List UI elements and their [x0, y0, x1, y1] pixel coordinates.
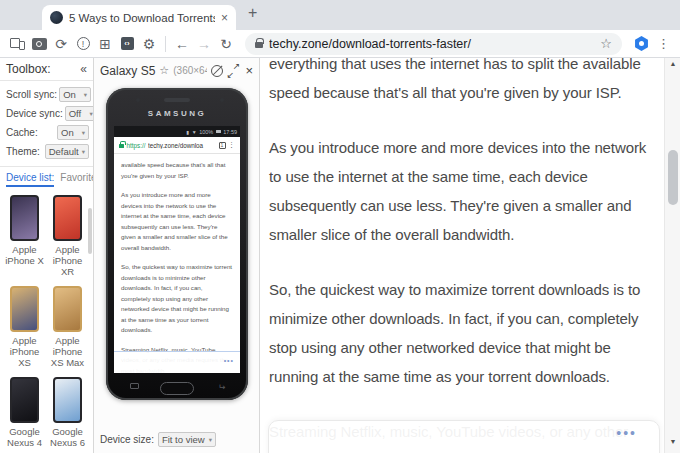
device-thumbnail	[10, 286, 39, 332]
phone-address-bar[interactable]: https:// techy.zone/downloa 1 ⋮	[114, 137, 240, 154]
caret-down-icon: ▾	[82, 129, 85, 137]
paragraph: available speed because that's all that …	[121, 160, 233, 181]
close-device-icon[interactable]: ×	[245, 63, 253, 78]
favicon-icon	[50, 11, 63, 24]
back-icon[interactable]: ←	[171, 33, 193, 55]
new-tab-button[interactable]: +	[248, 4, 257, 22]
phone-camera-icon	[136, 98, 140, 102]
phone-sensor	[220, 98, 224, 102]
toolbox-option-select[interactable]: On▾	[57, 125, 89, 140]
phone-menu-icon[interactable]: ⋮	[228, 141, 235, 149]
phone-tab-count[interactable]: 1	[219, 142, 226, 149]
toolbox-tabs: Device list: Favorites:	[0, 166, 93, 187]
device-card[interactable]: Google Nexus 6	[46, 377, 89, 448]
device-name: Apple iPhone XR	[46, 244, 89, 277]
device-name: Apple iPhone XS Max	[46, 335, 89, 368]
device-resolution-select[interactable]: (360×640/...	[173, 65, 207, 76]
device-size-select[interactable]: Fit to view▾	[158, 432, 216, 447]
collapse-panel-icon[interactable]: «	[80, 62, 87, 76]
toolbox-panel: Toolbox: « Scroll sync:On▾Device sync:Of…	[0, 58, 94, 453]
caret-down-icon: ▾	[84, 91, 87, 99]
banner-ellipsis-icon[interactable]: •••	[616, 425, 637, 441]
page-scrollbar[interactable]: ▲ ▼	[664, 58, 680, 453]
phone-speaker	[164, 98, 190, 102]
rotate-device-icon[interactable]	[211, 65, 223, 77]
tab-close-icon[interactable]: ×	[221, 11, 228, 25]
cookie-banner[interactable]: •••	[268, 420, 660, 453]
forward-icon: →	[193, 33, 215, 55]
toolbox-option-select[interactable]: On▾	[59, 87, 91, 102]
screenshot-camera-icon[interactable]	[28, 33, 50, 55]
extension-icon[interactable]	[634, 36, 649, 51]
code-icon[interactable]: ‹›	[116, 33, 138, 55]
sync-icon[interactable]: ⟳	[50, 33, 72, 55]
phone-back-button[interactable]: ↵	[218, 382, 226, 392]
browser-window: 5 Ways to Download Torrents Fas × + ⟳ ! …	[0, 0, 680, 453]
device-title: Galaxy S5	[100, 64, 155, 78]
paragraph: So, the quickest way to maximize torrent…	[269, 275, 661, 391]
settings-gear-icon[interactable]: ⚙	[138, 33, 160, 55]
device-name: Google Nexus 4	[3, 426, 46, 448]
battery-icon	[216, 130, 221, 134]
tab-title: 5 Ways to Download Torrents Fas	[69, 12, 215, 24]
caret-down-icon: ▾	[82, 148, 85, 156]
toolbox-option-label: Scroll sync:	[6, 89, 57, 100]
tab-favorites[interactable]: Favorites:	[60, 172, 94, 187]
scrollbar-thumb[interactable]	[668, 150, 678, 205]
tab-device-list[interactable]: Device list:	[6, 172, 54, 187]
favorite-star-icon[interactable]: ☆	[159, 64, 169, 77]
device-thumbnail	[10, 377, 39, 423]
device-card[interactable]: Apple iPhone XS	[3, 286, 46, 368]
phone-banner-ellipsis-icon[interactable]: •••	[224, 357, 234, 364]
device-grid: Apple iPhone XApple iPhone XRApple iPhon…	[0, 187, 93, 453]
phone-page-content: available speed because that's all that …	[114, 154, 240, 373]
device-preview-panel: Galaxy S5 ☆ (360×640/... ↗↙ × SAMSUNG ▮ …	[94, 58, 260, 453]
phone-brand: SAMSUNG	[106, 109, 248, 118]
phone-banner[interactable]: •••	[114, 351, 240, 373]
phone-home-button[interactable]	[160, 382, 194, 395]
info-icon[interactable]: !	[72, 33, 94, 55]
device-emulator-icon[interactable]	[6, 33, 28, 55]
toolbox-option-select[interactable]: Default▾	[45, 144, 89, 159]
toolbar-divider	[165, 36, 166, 52]
phone-screen: ▮ ▼ 100% 17:59 https:// techy.zone/downl…	[114, 126, 240, 373]
device-thumbnail	[10, 195, 39, 241]
layout-grid-icon[interactable]: ⊞	[94, 33, 116, 55]
phone-lock-icon	[119, 144, 124, 148]
device-thumbnail	[53, 286, 82, 332]
toolbox-option-select[interactable]: Off▾	[65, 106, 94, 121]
device-card[interactable]: Google Nexus 4	[3, 377, 46, 448]
browser-menu-icon[interactable]: ⋮	[657, 36, 670, 51]
scroll-up-icon[interactable]: ▲	[665, 60, 680, 67]
caret-down-icon: ▾	[89, 110, 92, 118]
paragraph: As you introduce more and more devices i…	[121, 190, 233, 253]
device-card[interactable]: Apple iPhone X	[3, 195, 46, 277]
device-size-label: Device size:	[100, 434, 154, 445]
toolbox-option-row: Cache:On▾	[0, 123, 93, 142]
browser-tab[interactable]: 5 Ways to Download Torrents Fas ×	[42, 5, 236, 30]
toolbox-option-label: Cache:	[6, 127, 55, 138]
url-text[interactable]: techy.zone/download-torrents-faster/	[269, 37, 594, 51]
address-bar[interactable]: techy.zone/download-torrents-faster/ ☆	[245, 33, 622, 55]
toolbox-option-row: Theme:Default▾	[0, 142, 93, 161]
device-card[interactable]: Apple iPhone XR	[46, 195, 89, 277]
phone-url-host: techy.zone/downloa	[148, 142, 216, 149]
paragraph: So, the quickest way to maximize torrent…	[121, 262, 233, 336]
expand-icon[interactable]: ↗↙	[227, 65, 239, 77]
reload-icon[interactable]: ↻	[215, 33, 237, 55]
phone-status-bar: ▮ ▼ 100% 17:59	[114, 126, 240, 137]
device-card[interactable]: Apple iPhone XS Max	[46, 286, 89, 368]
clock-text: 17:59	[223, 129, 237, 135]
phone-mockup: SAMSUNG ▮ ▼ 100% 17:59 https:// techy.zo…	[106, 88, 248, 400]
device-thumbnail	[53, 377, 82, 423]
device-list-scrollbar[interactable]	[88, 208, 92, 254]
bookmark-star-icon[interactable]: ☆	[600, 36, 612, 51]
scroll-down-icon[interactable]: ▼	[665, 438, 680, 445]
toolbox-options: Scroll sync:On▾Device sync:Off▾Cache:On▾…	[0, 81, 93, 161]
phone-recent-button[interactable]	[130, 383, 139, 389]
toolbox-title: Toolbox:	[6, 62, 80, 76]
toolbox-option-row: Device sync:Off▾	[0, 104, 93, 123]
caret-down-icon: ▾	[209, 436, 212, 444]
article-content: everything that uses the internet has to…	[261, 58, 663, 453]
device-name: Google Nexus 6	[46, 426, 89, 448]
